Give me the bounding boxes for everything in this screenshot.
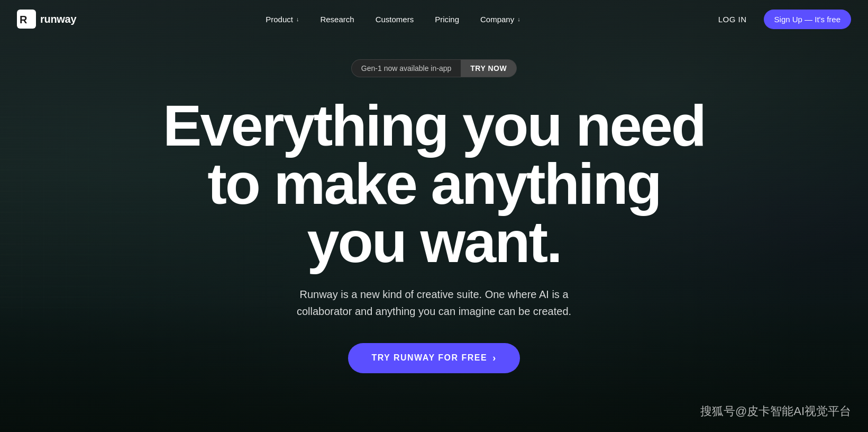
- watermark: 搜狐号@皮卡智能AI视觉平台: [700, 403, 851, 419]
- hero-title: Everything you need to make anything you…: [157, 96, 712, 271]
- badge-cta-button[interactable]: TRY NOW: [461, 60, 516, 77]
- nav-item-product[interactable]: Product ↓: [256, 11, 308, 28]
- cta-arrow-icon: ›: [492, 353, 497, 364]
- nav-item-customers[interactable]: Customers: [366, 11, 424, 28]
- announcement-badge: Gen-1 now available in-app TRY NOW: [351, 59, 517, 77]
- runway-logo-icon: R: [17, 10, 36, 29]
- nav-item-company[interactable]: Company ↓: [471, 11, 530, 28]
- chevron-down-icon-2: ↓: [517, 16, 520, 22]
- login-link[interactable]: LOG IN: [710, 11, 755, 28]
- nav-item-pricing[interactable]: Pricing: [425, 11, 469, 28]
- nav-item-research[interactable]: Research: [310, 11, 363, 28]
- hero-subtitle: Runway is a new kind of creative suite. …: [284, 286, 585, 320]
- hero-cta-button[interactable]: TRY RUNWAY FOR FREE ›: [348, 343, 519, 373]
- navbar: R runway Product ↓ Research Customers Pr…: [0, 0, 868, 38]
- chevron-down-icon: ↓: [296, 16, 299, 22]
- hero-section: Gen-1 now available in-app TRY NOW Every…: [0, 0, 868, 432]
- svg-text:R: R: [20, 14, 28, 25]
- hero-content: Gen-1 now available in-app TRY NOW Every…: [157, 59, 712, 373]
- logo-link[interactable]: R runway: [17, 10, 76, 29]
- signup-button[interactable]: Sign Up — It's free: [764, 10, 851, 29]
- badge-text: Gen-1 now available in-app: [352, 60, 461, 77]
- nav-right: LOG IN Sign Up — It's free: [710, 10, 851, 29]
- nav-links: Product ↓ Research Customers Pricing Com…: [256, 11, 530, 28]
- logo-text: runway: [40, 13, 76, 25]
